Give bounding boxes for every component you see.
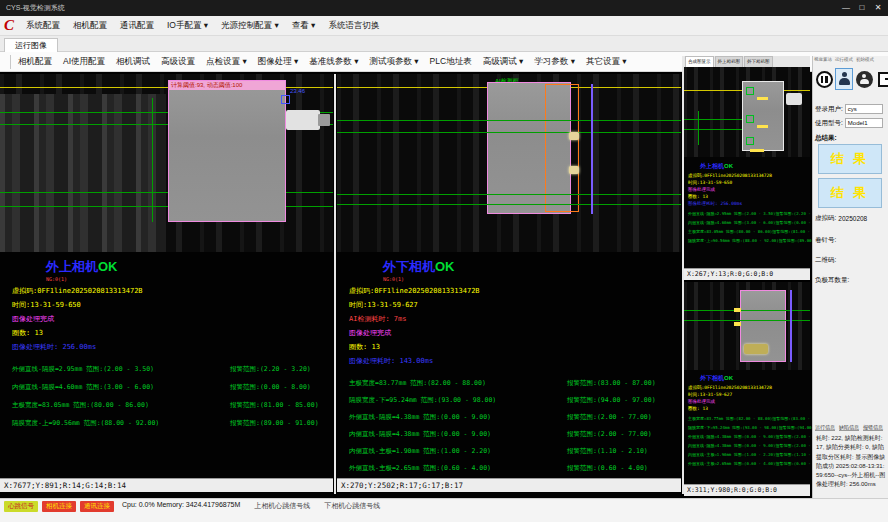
measurement-row: 内侧直线-隔膜=4.38mm 范围:(0.00 - 9.00)报警范围:(2.0… [349, 430, 677, 439]
tab-composite-view[interactable]: 合成图显示 [685, 56, 714, 67]
camera-viewport-upper[interactable]: 计算阈值:93, 动态阈值:100 23.46 [0, 74, 333, 252]
header-tab[interactable]: 初始模式 [856, 57, 874, 62]
maximize-icon[interactable]: □ [854, 1, 870, 15]
window-controls: — □ ✕ [838, 1, 886, 15]
tool-baseline-params[interactable]: 基准线参数 ▾ [309, 56, 358, 68]
pause-icon [816, 71, 833, 88]
measurement-row: 内侧直线-隔膜=4.38mm 范围:(0.00 - 9.00)报警范围:(2.0… [688, 443, 808, 448]
tab-lower-camera-view[interactable]: 外下相机图 [744, 56, 773, 67]
tool-camera-debug[interactable]: 相机调试 [116, 56, 150, 68]
measure-line-green [337, 120, 681, 121]
camera-connect-badge: 相机连接 [42, 501, 76, 512]
log-tab-defect-info[interactable]: 缺陷信息 [839, 424, 859, 431]
tool-ai-config[interactable]: AI使用配置 [63, 56, 105, 68]
ng-note: NG:0(1) [46, 276, 329, 282]
measure-label-mark [734, 322, 741, 326]
pixel-coords-small-lower: X:311;Y:980;R:0;G:0;B:0 [684, 484, 810, 496]
measurement-row: 内侧直线-主极=1.90mm 范围:(1.00 - 2.20)报警范围:(1.1… [349, 447, 677, 456]
result-ok: OK [435, 259, 455, 274]
tab-run-image[interactable]: 运行图像 [4, 38, 58, 52]
camera-view-upper: 计算阈值:93, 动态阈值:100 23.46 外上相机OK NG:0(1) 虚… [0, 74, 333, 498]
measurement-row: 主极宽度=83.05mm 范围:(80.00 - 86.00)报警范围:(81.… [688, 229, 808, 234]
small-view-tabs: 合成图显示 外上相机图 外下相机图 [684, 56, 810, 67]
menu-item-comm-config[interactable]: 通讯配置 [120, 20, 154, 32]
header-tab[interactable]: 运行模式 [835, 57, 853, 62]
model-field[interactable]: Model1 [845, 118, 883, 128]
measurement-value: 外侧直线-隔膜=2.95mm 范围:(2.00 - 3.50) [688, 211, 775, 216]
log-tab-error-info[interactable]: 报错信息 [863, 424, 883, 431]
header-tab[interactable]: 视觉算法 [814, 57, 832, 62]
alarm-range: 报警范围:(1.10 - 2.10) [567, 447, 648, 456]
camera-viewport-lower[interactable]: AI检测框 [337, 74, 681, 252]
tool-spot-check[interactable]: 点检设置 ▾ [206, 56, 247, 68]
titlebar: CYS-视觉检测系统 — □ ✕ [0, 0, 888, 16]
small-viewport-upper[interactable] [684, 67, 810, 157]
tool-image-process[interactable]: 图像处理 ▾ [258, 56, 299, 68]
tool-plc-address[interactable]: PLC地址表 [430, 56, 472, 68]
tool-test-params[interactable]: 测试项参数 ▾ [369, 56, 418, 68]
measurement-row: 隔膜宽度-上=90.56mm 范围:(88.00 - 92.00)报警范围:(8… [688, 238, 808, 243]
small-viewport-lower[interactable] [684, 282, 810, 370]
result-box-text: 结 果 [831, 150, 870, 168]
view-divider [334, 74, 336, 494]
alarm-range: 报警范围:(0.00 - 8.00) [230, 383, 311, 392]
measurement-row: 隔膜宽度-上=90.56mm 范围:(88.00 - 92.00)报警范围:(8… [12, 419, 329, 428]
log-tab-run-info[interactable]: 运行信息 [815, 424, 835, 431]
login-user-button[interactable] [835, 68, 853, 90]
alarm-range: 报警范围:(83.00 - 87.00) [567, 379, 656, 388]
menu-item-view[interactable]: 查看 ▾ [292, 20, 316, 32]
highlight-spot [569, 132, 579, 140]
log-text: 耗时: 222, 缺陷检测耗时: 17, 缺陷分类耗时: 0, 缺陷提取分区耗时… [816, 434, 886, 490]
alarm-range: 报警范围:(2.00 - 77.00) [567, 413, 652, 422]
user-manage-button[interactable] [855, 68, 873, 90]
tool-learning-params[interactable]: 学习参数 ▾ [534, 56, 575, 68]
small-view-composite-upper: 合成图显示 外上相机图 外下相机图 外上相机OK 虚拟码:0FF1line202… [684, 56, 810, 280]
menu-item-light-config[interactable]: 光源控制配置 ▾ [221, 20, 279, 32]
alarm-range: 报警范围:(2.00 - 77.00) [567, 430, 652, 439]
menu-item-system-config[interactable]: 系统配置 [26, 20, 60, 32]
process-done-line: 图像处理完成 [688, 187, 808, 192]
login-user-field[interactable]: cys [845, 104, 883, 114]
statusbar: 心跳信号 相机连接 通讯连接 Cpu: 0.0% Memory: 3424.41… [0, 498, 888, 522]
edge-line-purple [790, 290, 792, 362]
measurement-value: 内侧直线-隔膜=4.38mm 范围:(0.00 - 9.00) [349, 430, 567, 439]
process-done-line: 图像处理完成 [12, 314, 329, 324]
result-ok: OK [98, 259, 118, 274]
measurement-value: 外侧直线-隔膜=4.38mm 范围:(0.00 - 9.00) [688, 434, 775, 439]
sidebar-header-tabs: 视觉算法 运行模式 初始模式 [814, 57, 874, 62]
detect-marker-green [746, 137, 754, 145]
upper-camera-heartbeat-label: 上相机心跳信号线 [254, 501, 310, 511]
round-line: 圈数: 13 [688, 194, 808, 199]
process-done-line: 图像处理完成 [688, 399, 808, 404]
small-result-panel-upper: 外上相机OK 虚拟码:0FF1line2025020813313472B 时间:… [688, 162, 808, 243]
time-line: 时间:13-31-59-627 [688, 392, 808, 397]
tool-camera-config[interactable]: 相机配置 [18, 56, 52, 68]
virtual-code-value: 20250208 [838, 215, 867, 222]
connector-part [286, 110, 320, 130]
tool-advanced-settings[interactable]: 高级设置 [161, 56, 195, 68]
control-sidebar: 视觉算法 运行模式 初始模式 登录用户: cys 使用型号: Model1 总结… [812, 56, 888, 498]
minimize-icon[interactable]: — [838, 1, 854, 15]
heartbeat-status-badge: 心跳信号 [4, 501, 38, 512]
alarm-range: 报警范围:(0.60 - 4.00) [567, 464, 648, 473]
menu-item-camera-config[interactable]: 相机配置 [73, 20, 107, 32]
menu-item-io-config[interactable]: IO手配置 ▾ [167, 20, 208, 32]
measurement-value: 外侧直线-隔膜=2.95mm 范围:(2.00 - 3.50) [12, 365, 230, 374]
threshold-overlay-text: 计算阈值:93, 动态阈值:100 [169, 81, 285, 90]
menu-item-language-switch[interactable]: 系统语言切换 [328, 20, 379, 32]
measurement-value: 外侧直线-主极=2.65mm 范围:(0.60 - 4.00) [688, 461, 775, 466]
tab-upper-camera-view[interactable]: 外上相机图 [715, 56, 744, 67]
measurement-value: 内侧直线-隔膜=4.38mm 范围:(0.00 - 9.00) [688, 443, 775, 448]
round-line: 圈数: 13 [688, 406, 808, 411]
pause-button[interactable] [815, 68, 833, 90]
measure-value-overlay: 23.46 [290, 88, 305, 94]
measurement-value: 主极宽度=83.77mm 范围:(82.00 - 88.00) [688, 416, 772, 421]
exit-button[interactable] [875, 68, 888, 90]
measurement-row: 外侧直线-主极=2.65mm 范围:(0.60 - 4.00)报警范围:(0.6… [349, 464, 677, 473]
measure-label-mark [734, 308, 741, 312]
close-icon[interactable]: ✕ [870, 1, 886, 15]
tool-advanced-debug[interactable]: 高级调试 ▾ [483, 56, 524, 68]
tool-other-settings[interactable]: 其它设置 ▾ [586, 56, 627, 68]
user-icon [838, 72, 850, 86]
measurement-row: 主极宽度=83.05mm 范围:(80.00 - 86.00)报警范围:(81.… [12, 401, 329, 410]
